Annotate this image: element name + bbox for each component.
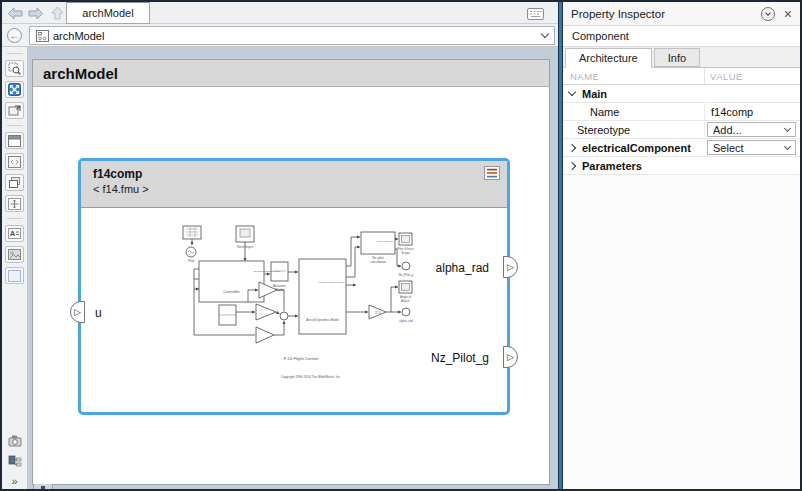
viewport-icon [8, 156, 21, 168]
component-header[interactable]: f14comp < f14.fmu > [81, 161, 507, 208]
fit-to-view-button[interactable] [5, 81, 24, 98]
port-label-nz-pilot-g: Nz_Pilot_g [431, 351, 489, 365]
collapse-icon[interactable] [568, 88, 576, 96]
hierarchy-icon [36, 485, 50, 491]
diagram-label: 57.3 [375, 311, 381, 315]
area-icon [8, 270, 21, 282]
breadcrumb-text: archModel [53, 30, 104, 42]
tab-label: archModel [82, 7, 133, 19]
tab-info-label: Info [668, 52, 686, 64]
stereotype-dropdown-value: Add... [713, 124, 742, 136]
diagram-title: F-14 Flight Control [284, 356, 319, 361]
section-row-main[interactable]: Main [563, 85, 800, 103]
canvas-title: archModel [43, 65, 118, 82]
screenshot-button[interactable] [5, 102, 24, 119]
forward-button[interactable] [27, 6, 45, 20]
architecture-canvas[interactable]: archModel f14comp < f14.fmu > [32, 59, 550, 485]
hierarchy-view-tab[interactable] [33, 484, 53, 491]
palette-separator [7, 218, 23, 219]
viewport-tool-button[interactable] [5, 153, 24, 170]
property-label-stereotype: Stereotype [563, 121, 705, 138]
gain2-block [256, 327, 274, 343]
aircraft-dynamics-block [299, 259, 346, 334]
diagram-copyright: Copyright 1990-2014 The MathWorks, Inc. [281, 375, 341, 379]
property-row-stereotype: Stereotype Add... [563, 121, 800, 139]
panel-icon [8, 135, 21, 147]
navigate-back-button[interactable]: ← [7, 28, 22, 43]
zoom-select-button[interactable] [5, 60, 24, 77]
signal-block [183, 226, 201, 239]
tab-info[interactable]: Info [654, 48, 700, 67]
palette-expand-button[interactable]: » [11, 475, 17, 487]
panel-close-button[interactable]: × [784, 7, 792, 21]
controller-block [199, 261, 264, 302]
dropdown-chevron-icon [784, 124, 791, 131]
f14-diagram-thumbnail: Pilot Stick Input Controller Actuator Mo… [151, 219, 461, 404]
electrical-component-expander[interactable]: electricalComponent [563, 139, 705, 156]
expand-icon[interactable] [568, 161, 576, 169]
nz-output-port [402, 262, 410, 270]
panel-title: Property Inspector [571, 8, 665, 20]
diagram-signal-label: Vertical velocity w (ft/sec) [318, 281, 345, 284]
component-f14comp[interactable]: f14comp < f14.fmu > [78, 158, 510, 415]
section-row-parameters[interactable]: Parameters [563, 157, 800, 175]
breadcrumb-dropdown-icon[interactable] [541, 30, 549, 38]
keyboard-shortcuts-button[interactable] [527, 6, 544, 24]
property-inspector-titlebar: Property Inspector × [563, 2, 800, 26]
back-arrow-icon [7, 7, 23, 20]
pan-icon [8, 198, 21, 210]
copy-view-button[interactable] [5, 174, 24, 191]
annotation-button[interactable]: A [5, 225, 24, 242]
canvas-title-bar: archModel [33, 60, 549, 87]
up-to-parent-button[interactable] [48, 6, 66, 20]
inspector-tabs: Architecture Info [563, 47, 800, 68]
sum-block [280, 312, 288, 320]
pan-view-button[interactable] [5, 195, 24, 212]
area-annotation-button[interactable] [5, 267, 24, 284]
input-port-u[interactable]: ▷ [70, 301, 85, 323]
keyboard-icon [527, 8, 544, 20]
fmu-badge-icon[interactable] [484, 166, 500, 184]
column-header-value: VALUE [705, 68, 800, 84]
component-name: f14comp [93, 167, 507, 181]
back-button[interactable] [6, 6, 24, 20]
palette-separator [7, 53, 23, 54]
component-reference: < f14.fmu > [93, 183, 507, 195]
image-annotation-button[interactable] [5, 246, 24, 263]
expand-icon[interactable] [568, 143, 576, 151]
diagram-signal-label: Elevator command (deg) [254, 270, 280, 273]
zoom-select-icon [8, 62, 21, 75]
panel-menu-button[interactable] [761, 7, 775, 21]
selected-object-type: Component [563, 26, 800, 47]
property-value-name[interactable]: f14comp [705, 103, 800, 120]
model-badge-icon [36, 30, 49, 42]
dropdown-chevron-icon [784, 142, 791, 149]
gain1-block [256, 304, 276, 320]
diagram-label: Model [275, 288, 284, 292]
tab-archmodel[interactable]: archModel [66, 2, 150, 24]
diagram-label: Nz_Pilot_g [399, 273, 414, 277]
document-tab-bar: archModel [2, 2, 558, 24]
output-port-nz-pilot-g[interactable]: ▷ [503, 346, 518, 368]
camera-icon [8, 435, 22, 447]
model-browser-icon [8, 455, 22, 468]
property-row-name: Name f14comp [563, 103, 800, 121]
model-browser-button[interactable] [5, 453, 24, 470]
breadcrumb[interactable]: archModel [29, 26, 555, 45]
panel-tool-button[interactable] [5, 132, 24, 149]
annotation-icon: A [8, 228, 21, 239]
fit-to-view-icon [8, 83, 21, 96]
screenshot-icon [8, 104, 21, 117]
image-icon [8, 249, 21, 260]
electrical-component-dropdown[interactable]: Select [707, 140, 796, 155]
stereotype-dropdown[interactable]: Add... [707, 122, 796, 137]
svg-text:A: A [10, 230, 15, 237]
editor-area: archModel ← archModel [2, 2, 558, 489]
section-row-electrical-component: electricalComponent Select [563, 139, 800, 157]
diagram-label: Aircraft Dynamics Model [306, 318, 339, 322]
electrical-dropdown-value: Select [713, 142, 744, 154]
tab-architecture[interactable]: Architecture [565, 48, 652, 68]
output-port-alpha-rad[interactable]: ▷ [503, 256, 518, 278]
diagram-label: Attack [401, 299, 410, 303]
snapshot-button[interactable] [5, 432, 24, 449]
